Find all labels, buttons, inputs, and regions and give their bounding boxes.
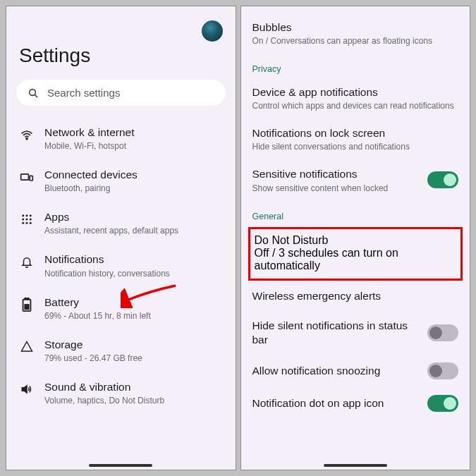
item-sub: Volume, haptics, Do Not Disturb xyxy=(44,396,223,405)
item-lock-screen-notifications[interactable]: Notifications on lock screen Hide silent… xyxy=(251,119,460,160)
svg-marker-17 xyxy=(22,341,32,351)
svg-point-5 xyxy=(22,215,24,217)
item-sub: Assistant, recent apps, default apps xyxy=(44,226,223,236)
battery-icon xyxy=(19,297,35,312)
svg-rect-16 xyxy=(24,304,29,310)
bell-icon xyxy=(19,254,35,269)
svg-point-11 xyxy=(22,222,24,224)
toggle-dot[interactable] xyxy=(427,395,458,412)
search-placeholder: Search settings xyxy=(47,87,120,99)
search-input[interactable]: Search settings xyxy=(16,80,226,106)
item-label: Notifications on lock screen xyxy=(252,126,459,140)
svg-point-2 xyxy=(26,138,28,140)
item-sub: Mobile, Wi-Fi, hotspot xyxy=(44,141,223,151)
item-storage[interactable]: Storage 79% used - 26.47 GB free xyxy=(16,329,226,372)
item-device-app-notifications[interactable]: Device & app notifications Control which… xyxy=(251,78,460,119)
item-label: Do Not Disturb xyxy=(255,234,457,247)
svg-point-8 xyxy=(22,219,24,221)
item-sub: Control which apps and devices can read … xyxy=(252,101,459,111)
svg-rect-3 xyxy=(21,174,29,180)
svg-point-7 xyxy=(30,215,32,217)
item-label: Sensitive notifications xyxy=(252,167,421,181)
item-notifications[interactable]: Notifications Notification history, conv… xyxy=(16,244,226,286)
section-privacy: Privacy xyxy=(251,54,460,78)
item-network[interactable]: Network & internet Mobile, Wi-Fi, hotspo… xyxy=(16,117,226,159)
devices-icon xyxy=(19,169,35,185)
item-label: Device & app notifications xyxy=(252,85,459,99)
item-bubbles[interactable]: Bubbles On / Conversations can appear as… xyxy=(251,6,460,54)
item-label: Connected devices xyxy=(44,168,223,182)
nav-handle[interactable] xyxy=(324,464,387,467)
item-battery[interactable]: Battery 69% - About 15 hr, 8 min left xyxy=(16,287,226,329)
svg-rect-4 xyxy=(30,176,32,181)
item-sub: Off / 3 schedules can turn on automatica… xyxy=(255,247,457,272)
sound-icon xyxy=(19,382,35,397)
item-sub: Hide silent conversations and notificati… xyxy=(252,142,459,152)
item-label: Allow notification snoozing xyxy=(252,364,421,378)
storage-icon xyxy=(19,339,35,355)
toggle-snoozing[interactable] xyxy=(427,362,458,379)
item-label: Hide silent notifications in status bar xyxy=(252,319,421,347)
item-sub: 79% used - 26.47 GB free xyxy=(44,353,223,363)
item-sub: Bluetooth, pairing xyxy=(44,183,223,193)
page-title: Settings xyxy=(19,44,226,67)
item-label: Storage xyxy=(44,338,223,352)
item-sub: Show sensitive content when locked xyxy=(252,183,421,193)
item-sub: Notification history, conversations xyxy=(44,269,223,279)
svg-point-9 xyxy=(26,219,28,221)
item-sub: 69% - About 15 hr, 8 min left xyxy=(44,311,223,321)
item-label: Wireless emergency alerts xyxy=(252,289,459,303)
notifications-panel: Bubbles On / Conversations can appear as… xyxy=(240,6,471,470)
item-connected-devices[interactable]: Connected devices Bluetooth, pairing xyxy=(16,159,226,202)
avatar[interactable] xyxy=(202,20,223,42)
item-wireless-alerts[interactable]: Wireless emergency alerts xyxy=(251,282,460,312)
item-sound[interactable]: Sound & vibration Volume, haptics, Do No… xyxy=(16,372,226,414)
svg-point-6 xyxy=(26,215,28,217)
settings-main-panel: Settings Search settings Network & inter… xyxy=(6,6,236,470)
item-label: Sound & vibration xyxy=(44,380,223,394)
search-icon xyxy=(28,87,39,99)
item-sub: On / Conversations can appear as floatin… xyxy=(252,36,459,46)
item-label: Network & internet xyxy=(44,126,223,140)
svg-point-10 xyxy=(30,219,32,221)
toggle-sensitive[interactable] xyxy=(427,171,458,188)
svg-marker-18 xyxy=(22,386,27,393)
apps-icon xyxy=(19,212,35,227)
item-do-not-disturb[interactable]: Do Not Disturb Off / 3 schedules can tur… xyxy=(248,227,463,281)
item-hide-silent[interactable]: Hide silent notifications in status bar xyxy=(251,312,460,355)
svg-line-1 xyxy=(35,94,37,97)
item-label: Apps xyxy=(44,210,223,224)
item-label: Notification dot on app icon xyxy=(252,396,421,410)
svg-point-12 xyxy=(26,222,28,224)
item-dot-on-icon[interactable]: Notification dot on app icon xyxy=(251,388,460,420)
item-apps[interactable]: Apps Assistant, recent apps, default app… xyxy=(16,202,226,244)
item-snoozing[interactable]: Allow notification snoozing xyxy=(251,355,460,388)
section-general: General xyxy=(251,202,460,226)
item-label: Notifications xyxy=(44,252,223,267)
nav-handle[interactable] xyxy=(89,464,152,467)
svg-point-0 xyxy=(30,89,36,95)
wifi-icon xyxy=(19,127,35,142)
svg-point-13 xyxy=(30,222,32,224)
item-sensitive-notifications[interactable]: Sensitive notifications Show sensitive c… xyxy=(251,160,460,201)
item-label: Bubbles xyxy=(252,20,459,35)
toggle-hide-silent[interactable] xyxy=(427,324,458,341)
item-label: Battery xyxy=(44,295,223,310)
